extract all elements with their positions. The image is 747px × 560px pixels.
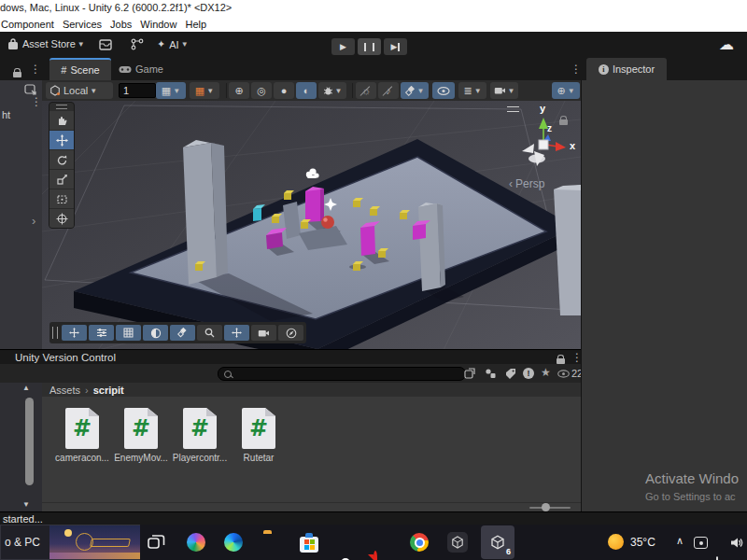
snap-settings-button[interactable]: ▦▼ — [190, 82, 219, 99]
menu-item-help[interactable]: Help — [185, 19, 206, 30]
tray-volume-icon[interactable] — [729, 537, 743, 549]
overlay-effects-button[interactable] — [170, 325, 195, 341]
tab-scene[interactable]: # Scene — [49, 58, 111, 80]
tab-game[interactable]: Game — [114, 60, 168, 78]
file-item[interactable]: # Rutetar — [230, 408, 288, 463]
pivot-orientation-button[interactable]: Local ▼ — [46, 82, 113, 99]
wireframe-mode-button[interactable]: ◎ — [251, 82, 272, 99]
overlay-tools-button[interactable] — [62, 325, 87, 341]
unity-editor-button[interactable]: 6 — [481, 525, 514, 559]
gizmos-button[interactable]: ⊕▼ — [552, 82, 580, 99]
amd-software-icon[interactable] — [374, 551, 377, 560]
file-item[interactable]: # cameracon... — [53, 408, 111, 463]
chrome-icon[interactable] — [410, 533, 429, 552]
rect-tool-button[interactable] — [49, 189, 74, 209]
step-button[interactable]: ▶ — [384, 38, 407, 55]
pillar-left[interactable] — [183, 140, 228, 285]
filter-by-type-icon[interactable] — [485, 368, 497, 379]
temperature-label[interactable]: 35°C — [630, 536, 655, 549]
overlay-navigation-button[interactable] — [224, 325, 249, 341]
scroll-down-icon[interactable]: ▼ — [22, 500, 30, 509]
tab-inspector[interactable]: Inspector — [586, 58, 667, 80]
scene-audio-toggle[interactable]: ♪ — [378, 82, 399, 99]
window-titlebar[interactable]: dows, Mac, Linux - Unity 6.2 (6000.2.2f1… — [0, 0, 747, 16]
overlay-drag-handle[interactable] — [52, 327, 58, 339]
axis-gizmo[interactable] — [514, 110, 572, 172]
version-control-branch-icon[interactable] — [131, 38, 144, 50]
hierarchy-item-clipped[interactable]: ht — [2, 109, 10, 120]
magenta-pillar-tall[interactable] — [305, 187, 324, 222]
tag-icon[interactable] — [505, 368, 517, 379]
lock-icon[interactable] — [13, 72, 21, 77]
scene-bottom-toolbar — [49, 322, 306, 343]
asset-store-button[interactable]: Asset Store▼ — [22, 38, 85, 49]
ai-button[interactable]: ✦ AI▼ — [157, 38, 189, 50]
hidden-items-toggle[interactable]: 22 — [557, 368, 583, 379]
expand-chevron-icon[interactable]: › — [32, 214, 35, 228]
overlay-cameras-button[interactable] — [251, 325, 276, 341]
overlay-view-options-button[interactable] — [89, 325, 114, 341]
tray-network-icon[interactable] — [716, 556, 718, 560]
file-item[interactable]: # EnemyMov... — [112, 408, 170, 463]
scene-lighting-toggle[interactable]: ☼ — [356, 82, 376, 99]
open-in-window-icon[interactable] — [464, 368, 476, 379]
unity-hub-icon[interactable] — [447, 532, 468, 553]
hierarchy-menu-icon[interactable]: ⋮ — [30, 63, 41, 76]
grid-visibility-button[interactable]: ▦▼ — [156, 82, 186, 99]
pause-button[interactable] — [358, 38, 381, 55]
overlay-search-button[interactable] — [197, 325, 222, 341]
tray-record-icon[interactable] — [694, 537, 708, 549]
shaded-wireframe-button[interactable]: ◐ — [296, 82, 317, 99]
project-search-input[interactable] — [218, 367, 466, 381]
scrollbar-thumb[interactable] — [25, 398, 34, 485]
shaded-mode-button[interactable]: ● — [274, 82, 294, 99]
search-window-icon[interactable] — [24, 84, 37, 95]
breadcrumb-current[interactable]: scripit — [93, 385, 124, 396]
version-control-bar[interactable]: Unity Version Control ⋮ — [0, 349, 581, 365]
scene-viewport[interactable]: y z x ‹ Persp — [42, 101, 581, 350]
project-file-grid[interactable]: # cameracon... # EnemyMov... # Playercon… — [42, 397, 581, 502]
tray-chevron-up-icon[interactable]: ∧ — [676, 535, 684, 547]
palette-drag-handle[interactable] — [49, 103, 74, 111]
move-tool-button[interactable] — [49, 131, 74, 150]
scene-visibility-button[interactable] — [432, 82, 455, 99]
red-sphere[interactable] — [321, 216, 334, 229]
filter-by-label-icon[interactable] — [523, 368, 534, 379]
hierarchy-item-menu-icon[interactable]: ⋮ — [31, 95, 42, 108]
transform-tool-button[interactable] — [49, 209, 74, 228]
overlay-grid-button[interactable] — [116, 325, 141, 341]
menu-item-jobs[interactable]: Jobs — [110, 19, 132, 30]
copilot-icon[interactable] — [187, 533, 205, 552]
projection-label[interactable]: ‹ Persp — [509, 177, 544, 190]
file-item[interactable]: # Playercontr... — [171, 408, 229, 463]
task-view-button[interactable] — [148, 534, 165, 550]
menu-item-window[interactable]: Window — [140, 19, 176, 30]
favorites-star-icon[interactable]: ★ — [541, 366, 551, 379]
menu-item-services[interactable]: Services — [63, 19, 102, 30]
play-button[interactable]: ▶ — [331, 38, 355, 55]
scroll-up-icon[interactable]: ▲ — [22, 384, 30, 392]
debug-draw-button[interactable]: ▼ — [318, 82, 346, 99]
scale-tool-button[interactable] — [49, 170, 74, 189]
archive-icon[interactable] — [99, 38, 112, 50]
breadcrumb-assets[interactable]: Assets — [49, 385, 80, 396]
overlay-shading-button[interactable] — [143, 325, 168, 341]
microsoft-store-icon[interactable] — [300, 537, 318, 553]
scene-panel-menu-icon[interactable]: ⋮ — [571, 63, 582, 76]
overlay-compass-button[interactable] — [278, 325, 303, 341]
grid-size-input[interactable] — [119, 83, 156, 98]
layers-button[interactable]: ≣▼ — [458, 82, 486, 99]
cloud-icon[interactable]: ☁ — [719, 35, 734, 53]
draw-mode-button[interactable]: ⊕ — [229, 82, 249, 99]
zoom-slider-track[interactable] — [529, 507, 571, 509]
view-tool-button[interactable] — [49, 111, 74, 131]
edge-browser-icon[interactable] — [224, 533, 243, 552]
zoom-slider-knob[interactable] — [542, 503, 550, 511]
weather-sun-icon[interactable] — [608, 534, 624, 550]
rotate-tool-button[interactable] — [49, 150, 74, 170]
pillar-right[interactable] — [418, 203, 445, 291]
scene-effects-button[interactable]: ▼ — [401, 82, 429, 99]
camera-settings-button[interactable]: ▼ — [490, 82, 518, 99]
widgets-button[interactable]: o & PC — [0, 525, 140, 560]
menu-item-component[interactable]: Component — [1, 19, 54, 30]
